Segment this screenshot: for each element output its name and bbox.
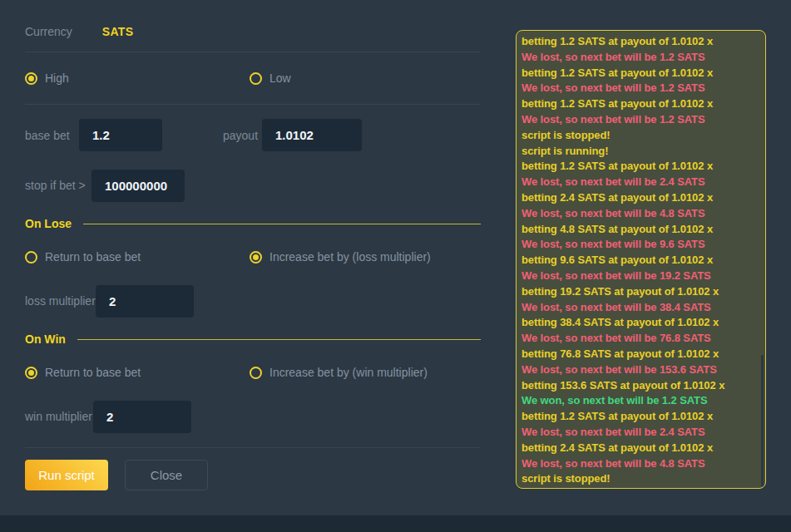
- divider: [25, 52, 481, 52]
- radio-win-increase-label: Increase bet by (win multiplier): [269, 366, 428, 379]
- log-line: betting 1.2 SATS at payout of 1.0102 x: [522, 34, 760, 50]
- radio-lose-return-label: Return to base bet: [45, 250, 141, 264]
- log-line: betting 153.6 SATS at payout of 1.0102 x: [522, 378, 760, 394]
- log-line: betting 76.8 SATS at payout of 1.0102 x: [522, 347, 760, 362]
- currency-row: Currency SATS: [25, 25, 133, 38]
- payout-label: payout: [223, 130, 258, 142]
- radio-lose-return-circle[interactable]: [25, 251, 37, 264]
- radio-lose-increase-circle[interactable]: [250, 251, 262, 264]
- stop-if-bet-input[interactable]: [91, 170, 185, 202]
- on-lose-rule: [83, 224, 481, 224]
- radio-win-increase-circle[interactable]: [250, 367, 262, 379]
- log-line: We lost, so next bet will be 153.6 SATS: [522, 362, 760, 378]
- log-scrollbar-thumb[interactable]: [761, 355, 764, 486]
- log-line: betting 1.2 SATS at payout of 1.0102 x: [522, 159, 760, 175]
- log-line: betting 4.8 SATS at payout of 1.0102 x: [522, 222, 760, 238]
- on-lose-section-heading: On Lose: [25, 217, 481, 230]
- log-line: betting 38.4 SATS at payout of 1.0102 x: [522, 315, 760, 331]
- radio-lose-increase-label: Increase bet by (loss multiplier): [269, 250, 431, 264]
- on-win-title: On Win: [25, 332, 66, 346]
- loss-multiplier-label: loss multiplier: [25, 295, 96, 308]
- log-line: script is stopped!: [522, 471, 760, 487]
- base-bet-input[interactable]: [79, 119, 162, 151]
- log-line: We lost, so next bet will be 1.2 SATS: [522, 50, 760, 66]
- log-line: betting 2.4 SATS at payout of 1.0102 x: [522, 441, 760, 456]
- stop-if-bet-label: stop if bet >: [25, 180, 86, 192]
- win-multiplier-input[interactable]: [93, 401, 191, 433]
- win-multiplier-label: win multiplier: [25, 411, 92, 423]
- script-log[interactable]: betting 1.2 SATS at payout of 1.0102 xWe…: [516, 30, 766, 489]
- close-button[interactable]: Close: [125, 460, 208, 490]
- log-line: betting 19.2 SATS at payout of 1.0102 x: [522, 284, 760, 300]
- divider: [25, 447, 481, 448]
- log-line: We lost, so next bet will be 9.6 SATS: [522, 237, 760, 253]
- radio-high-label: High: [45, 71, 69, 85]
- radio-lose-return-to-base[interactable]: Return to base bet: [25, 250, 141, 264]
- radio-win-return-circle[interactable]: [25, 367, 37, 379]
- log-line: We lost, so next bet will be 19.2 SATS: [522, 268, 760, 284]
- radio-win-return-label: Return to base bet: [45, 366, 141, 379]
- log-line: script is running!: [522, 144, 760, 160]
- log-line: We lost, so next bet will be 1.2 SATS: [522, 112, 760, 128]
- log-line: betting 9.6 SATS at payout of 1.0102 x: [522, 253, 760, 268]
- currency-selector[interactable]: SATS: [102, 25, 134, 38]
- log-line: We lost, so next bet will be 2.4 SATS: [522, 425, 760, 441]
- log-lines-container: betting 1.2 SATS at payout of 1.0102 xWe…: [522, 34, 760, 487]
- log-line: We lost, so next bet will be 76.8 SATS: [522, 331, 760, 347]
- currency-label: Currency: [25, 26, 72, 38]
- divider: [25, 104, 481, 105]
- radio-low-label: Low: [269, 71, 291, 85]
- log-line: betting 1.2 SATS at payout of 1.0102 x: [522, 409, 760, 425]
- base-bet-label: base bet: [25, 130, 70, 142]
- radio-high[interactable]: High: [25, 71, 69, 85]
- radio-low-circle[interactable]: [250, 72, 262, 85]
- radio-low[interactable]: Low: [250, 71, 291, 85]
- footer-bar: [0, 515, 791, 532]
- on-win-rule: [77, 339, 481, 340]
- log-line: betting 1.2 SATS at payout of 1.0102 x: [522, 96, 760, 112]
- log-line: We lost, so next bet will be 1.2 SATS: [522, 81, 760, 96]
- log-line: We lost, so next bet will be 4.8 SATS: [522, 456, 760, 472]
- log-line: betting 2.4 SATS at payout of 1.0102 x: [522, 190, 760, 206]
- log-line: script is stopped!: [522, 128, 760, 144]
- log-line: betting 1.2 SATS at payout of 1.0102 x: [522, 66, 760, 81]
- log-line: We lost, so next bet will be 2.4 SATS: [522, 175, 760, 190]
- log-line: We lost, so next bet will be 4.8 SATS: [522, 206, 760, 222]
- log-line: We won, so next bet will be 1.2 SATS: [522, 393, 760, 409]
- on-lose-title: On Lose: [25, 217, 72, 230]
- on-win-section-heading: On Win: [25, 332, 481, 346]
- radio-lose-increase-bet[interactable]: Increase bet by (loss multiplier): [250, 250, 431, 264]
- radio-high-circle[interactable]: [25, 72, 37, 85]
- radio-win-increase-bet[interactable]: Increase bet by (win multiplier): [250, 366, 428, 379]
- log-line: We lost, so next bet will be 38.4 SATS: [522, 300, 760, 316]
- radio-win-return-to-base[interactable]: Return to base bet: [25, 366, 141, 379]
- loss-multiplier-input[interactable]: [96, 285, 194, 318]
- run-script-button[interactable]: Run script: [25, 460, 108, 490]
- payout-input[interactable]: [262, 119, 362, 151]
